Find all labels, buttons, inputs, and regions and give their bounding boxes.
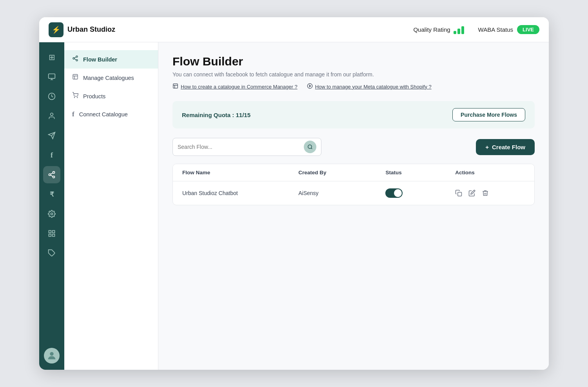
- flow-table: Flow Name Created By Status Actions Urba…: [172, 164, 535, 205]
- sidebar-item-settings[interactable]: [43, 205, 60, 222]
- svg-point-9: [53, 176, 55, 178]
- shopify-help-icon: [307, 83, 313, 90]
- svg-rect-0: [49, 74, 55, 79]
- svg-point-20: [73, 58, 74, 59]
- sidebar-item-history[interactable]: [43, 88, 60, 105]
- nav-item-products-label: Products: [83, 93, 105, 99]
- sidebar-item-integrations[interactable]: [43, 225, 60, 242]
- svg-point-19: [76, 56, 78, 57]
- products-nav-icon: [72, 92, 78, 100]
- nav-item-connect-catalogue[interactable]: f Connect Catalogue: [64, 105, 158, 123]
- user-avatar[interactable]: [44, 348, 60, 363]
- help-link-shopify-label: How to manage your Meta catalogue with S…: [315, 84, 432, 90]
- sidebar-item-flow[interactable]: [43, 166, 60, 183]
- sidebar-item-tags[interactable]: [43, 244, 60, 262]
- nav-item-products[interactable]: Products: [64, 87, 158, 105]
- manage-catalogues-nav-icon: [72, 74, 78, 82]
- svg-rect-15: [53, 234, 55, 237]
- copy-action-button[interactable]: [455, 190, 462, 197]
- waba-status-label: WABA Status: [478, 26, 513, 33]
- help-link-shopify[interactable]: How to manage your Meta catalogue with S…: [307, 83, 432, 90]
- quality-bars-chart: [454, 25, 464, 34]
- svg-point-28: [77, 97, 78, 98]
- quota-text: Remaining Quota : 11/15: [182, 112, 250, 118]
- quality-rating-label: Quality Rating: [413, 26, 450, 33]
- search-flow-input[interactable]: [178, 144, 301, 150]
- topbar: ⚡ Urban Studioz Quality Rating WABA Stat…: [39, 17, 549, 42]
- create-flow-icon: +: [485, 144, 489, 150]
- create-flow-button[interactable]: + Create Flow: [476, 139, 535, 155]
- live-badge: LIVE: [517, 25, 539, 34]
- connect-catalogue-nav-icon: f: [72, 110, 74, 118]
- help-links: How to create a catalogue in Commerce Ma…: [172, 83, 535, 90]
- svg-rect-24: [73, 74, 78, 79]
- sidebar-item-monitor[interactable]: [43, 68, 60, 85]
- create-flow-label: Create Flow: [492, 144, 525, 150]
- flow-builder-nav-icon: [72, 55, 78, 63]
- svg-rect-13: [49, 231, 51, 233]
- svg-point-32: [307, 83, 312, 89]
- svg-point-4: [51, 113, 53, 116]
- th-created-by: Created By: [298, 170, 385, 175]
- svg-line-11: [51, 173, 53, 174]
- quota-banner: Remaining Quota : 11/15 Purchase More Fl…: [172, 101, 535, 128]
- sidebar-item-send[interactable]: [43, 127, 60, 144]
- page-title: Flow Builder: [172, 55, 535, 68]
- svg-rect-29: [173, 84, 178, 88]
- svg-rect-36: [458, 192, 462, 196]
- quality-bar-2: [457, 29, 460, 34]
- sidebar: ⊞ f ₹: [39, 42, 64, 370]
- svg-rect-14: [53, 231, 55, 233]
- quality-bar-1: [454, 31, 456, 34]
- sidebar-item-contacts[interactable]: [43, 107, 60, 125]
- svg-line-35: [311, 148, 312, 149]
- app-logo: ⚡ Urban Studioz: [49, 22, 115, 37]
- svg-point-12: [51, 213, 53, 215]
- status-toggle-wrap: [385, 188, 455, 198]
- svg-point-27: [74, 97, 74, 98]
- main-content: Flow Builder You can connect with facebo…: [158, 42, 549, 370]
- help-link-commerce-label: How to create a catalogue in Commerce Ma…: [181, 84, 298, 90]
- th-flow-name: Flow Name: [182, 170, 298, 175]
- svg-point-7: [53, 172, 55, 174]
- sidebar-item-payments[interactable]: ₹: [43, 186, 60, 203]
- quality-bar-3: [461, 26, 464, 34]
- td-status: [385, 188, 455, 198]
- logo-icon: ⚡: [49, 22, 64, 37]
- th-actions: Actions: [455, 170, 525, 175]
- svg-line-10: [51, 175, 53, 176]
- purchase-more-flows-button[interactable]: Purchase More Flows: [452, 108, 525, 121]
- td-created-by: AiSensy: [298, 190, 385, 196]
- quality-rating: Quality Rating: [413, 25, 464, 34]
- svg-point-21: [76, 60, 78, 61]
- actions-row: + Create Flow: [172, 138, 535, 156]
- sidebar-item-grid[interactable]: ⊞: [43, 49, 60, 66]
- status-toggle[interactable]: [385, 188, 403, 198]
- svg-marker-33: [309, 85, 311, 87]
- svg-point-18: [50, 352, 53, 356]
- app-window: ⚡ Urban Studioz Quality Rating WABA Stat…: [39, 17, 549, 370]
- toggle-knob: [394, 189, 402, 197]
- actions-cell: [455, 190, 525, 197]
- help-link-commerce-manager[interactable]: How to create a catalogue in Commerce Ma…: [172, 83, 298, 90]
- svg-rect-16: [49, 234, 51, 237]
- nav-item-manage-catalogues[interactable]: Manage Catalogues: [64, 69, 158, 87]
- svg-point-34: [308, 145, 312, 148]
- waba-status: WABA Status LIVE: [478, 25, 539, 34]
- edit-action-button[interactable]: [468, 190, 475, 197]
- nav-item-connect-catalogue-label: Connect Catalogue: [79, 111, 128, 118]
- td-flow-name: Urban Studioz Chatbot: [182, 190, 298, 196]
- search-flow-button[interactable]: [304, 141, 316, 153]
- svg-line-23: [74, 57, 76, 58]
- nav-item-flow-builder-label: Flow Builder: [83, 56, 117, 63]
- commerce-manager-icon: [172, 83, 178, 90]
- body-area: ⊞ f ₹: [39, 42, 549, 370]
- th-status: Status: [385, 170, 455, 175]
- delete-action-button[interactable]: [482, 190, 489, 197]
- sidebar-item-facebook[interactable]: f: [43, 146, 60, 164]
- nav-item-flow-builder[interactable]: Flow Builder: [64, 50, 158, 69]
- nav-item-manage-catalogues-label: Manage Catalogues: [83, 75, 134, 81]
- svg-point-8: [49, 174, 51, 176]
- app-name: Urban Studioz: [67, 25, 115, 34]
- search-flow-box[interactable]: [172, 138, 321, 156]
